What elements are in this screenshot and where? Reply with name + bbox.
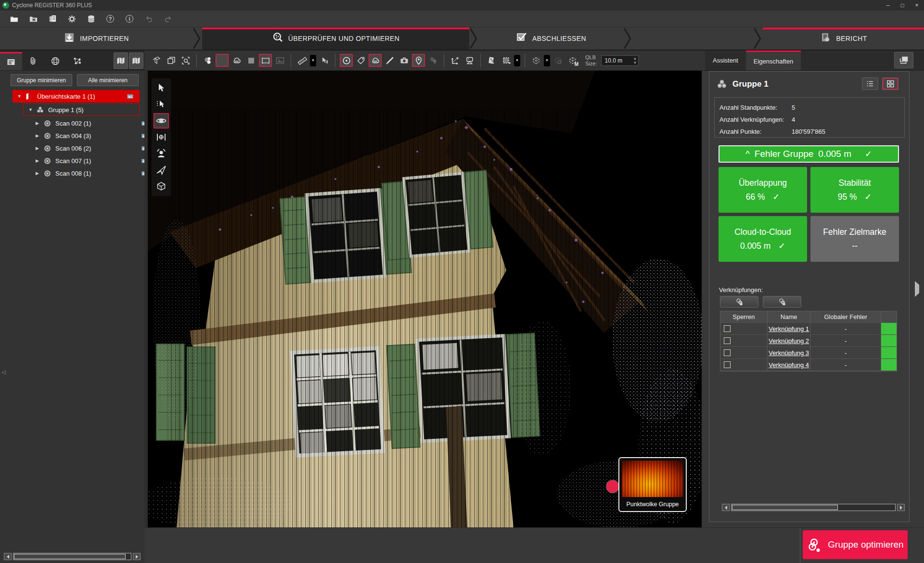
selection-box-icon[interactable] [500, 54, 513, 67]
minimize-group-button[interactable]: Gruppe minimieren [11, 74, 72, 86]
tag-icon[interactable] [354, 54, 367, 67]
add-map-button[interactable] [114, 52, 128, 69]
panel-collapse-icon[interactable] [915, 285, 919, 294]
expand-caret-icon[interactable]: ▼ [17, 94, 22, 99]
look-around-tool-icon[interactable] [154, 146, 169, 161]
tree-item-scan-007[interactable]: ▶ Scan 007 (1) [36, 154, 140, 167]
collapsed-caret-icon[interactable]: ▶ [36, 133, 40, 138]
storage-database-icon[interactable] [85, 13, 97, 25]
tree-item-scan-006[interactable]: ▶ Scan 006 (2) [36, 142, 140, 154]
collapsed-caret-icon[interactable]: ▶ [36, 158, 40, 163]
minimize-all-button[interactable]: Alle minimieren [77, 74, 139, 86]
sidebar-tab-project-explorer[interactable] [0, 52, 22, 70]
measure-icon[interactable] [295, 54, 308, 67]
collapsed-caret-icon[interactable]: ▶ [36, 146, 40, 151]
grid-view-button[interactable] [882, 77, 898, 90]
group-error-banner[interactable]: ^ Fehler Gruppe 0.005 m ✓ [719, 145, 899, 163]
view-cube-icon[interactable] [529, 54, 542, 67]
sidebar-tab-network[interactable] [66, 52, 89, 70]
maximize-button[interactable]: □ [895, 0, 910, 11]
point-cloud-viewport[interactable]: Punktwolke Gruppe [148, 71, 702, 527]
panorama-view-icon[interactable] [259, 54, 272, 67]
windows-layout-icon[interactable] [165, 54, 178, 67]
info-icon[interactable]: i [123, 13, 136, 25]
zoom-selection-icon[interactable] [179, 54, 192, 67]
delete-project-icon[interactable] [27, 13, 39, 25]
link-row-4[interactable]: Verknüpfung 4 - [720, 359, 897, 371]
pan-tool-icon[interactable] [154, 129, 169, 145]
unlock-links-button[interactable] [763, 296, 801, 307]
close-button[interactable]: × [910, 0, 924, 11]
panel-horizontal-scrollbar[interactable] [722, 504, 905, 511]
sidebar-collapse-icon[interactable]: ◁ [1, 369, 5, 375]
point-cloud-thumbnail-card[interactable]: Punktwolke Gruppe [618, 457, 687, 512]
minimize-button[interactable]: – [881, 0, 895, 11]
settings-gear-icon[interactable] [65, 13, 78, 25]
cube-sync-icon[interactable] [552, 54, 565, 67]
selection-dropdown-icon[interactable]: ▼ [514, 55, 520, 66]
add-axes-icon[interactable] [449, 54, 462, 67]
orbit-tool-icon[interactable] [154, 113, 169, 128]
tree-item-scan-008[interactable]: ▶ Scan 008 (1) [36, 167, 140, 179]
lock-links-button[interactable] [720, 296, 758, 307]
bubble-group-dropdown-icon[interactable] [426, 54, 439, 67]
redo-icon[interactable] [162, 13, 174, 25]
list-view-button[interactable] [862, 77, 878, 90]
link-row-2[interactable]: Verknüpfung 2 - [720, 335, 897, 347]
sidebar-tab-links[interactable] [22, 52, 44, 70]
scroll-left-icon[interactable] [4, 553, 12, 560]
qlb-size-stepper[interactable]: ▲▼ [631, 56, 638, 65]
multi-select-tool-icon[interactable] [154, 97, 169, 112]
fly-tool-icon[interactable] [154, 162, 169, 178]
undo-icon[interactable] [142, 13, 155, 25]
expand-caret-icon[interactable]: ▼ [28, 107, 33, 112]
link-name[interactable]: Verknüpfung 2 [769, 337, 809, 345]
optimize-group-button[interactable]: Gruppe optimieren [803, 530, 908, 559]
point-cloud-icon[interactable] [230, 54, 243, 67]
tab-ueberpruefen-und-optimieren[interactable]: ÜBERPRÜFEN UND OPTIMIEREN [202, 27, 469, 50]
sidebar-tab-geo[interactable] [44, 52, 66, 70]
link-name[interactable]: Verknüpfung 3 [769, 349, 809, 357]
collapsed-caret-icon[interactable]: ▶ [36, 171, 40, 176]
link-name[interactable]: Verknüpfung 1 [769, 325, 809, 333]
sidebar-horizontal-scrollbar[interactable] [4, 553, 141, 560]
tab-bericht[interactable]: BERICHT [763, 27, 924, 50]
open-project-icon[interactable] [8, 13, 20, 25]
pick-point-icon[interactable] [318, 54, 331, 67]
target-icon[interactable] [340, 54, 353, 67]
view-cube-tool-icon[interactable] [154, 179, 169, 194]
view-cube-dropdown-icon[interactable]: ▼ [544, 55, 550, 66]
bubbles-view-icon[interactable] [201, 54, 214, 67]
image-view-icon[interactable] [273, 54, 286, 67]
help-icon[interactable]: ? [104, 13, 116, 25]
collapse-caret-icon[interactable]: ^ [745, 149, 750, 159]
sphere-view-icon[interactable] [216, 54, 229, 67]
tree-item-uebersichtskarte[interactable]: ▼ Übersichtskarte 1 (1) [13, 90, 140, 102]
cloud-link-icon[interactable] [369, 54, 382, 67]
lock-checkbox[interactable] [724, 325, 731, 332]
link-name[interactable]: Verknüpfung 4 [769, 361, 809, 369]
flag-card-icon[interactable] [485, 54, 498, 67]
link-row-1[interactable]: Verknüpfung 1 - [720, 323, 897, 335]
lock-checkbox[interactable] [724, 349, 731, 356]
lock-checkbox[interactable] [724, 361, 731, 368]
layout-windows-button[interactable] [894, 52, 913, 68]
tree-item-scan-002[interactable]: ▶ Scan 002 (1) [36, 117, 140, 129]
scroll-right-icon[interactable] [897, 504, 905, 511]
scroll-left-icon[interactable] [722, 504, 730, 511]
cube-m-icon[interactable]: M [566, 54, 579, 67]
stick-icon[interactable] [383, 54, 396, 67]
screen-icon[interactable] [463, 54, 476, 67]
remove-map-button[interactable] [129, 52, 143, 69]
link-row-3[interactable]: Verknüpfung 3 - [720, 347, 897, 359]
tab-importieren[interactable]: IMPORTIEREN [0, 27, 192, 50]
camera-icon[interactable] [398, 54, 411, 67]
location-pin-icon[interactable] [412, 54, 425, 67]
tree-item-gruppe-1[interactable]: ▼ Gruppe 1 (5) [23, 103, 140, 116]
tab-assistent[interactable]: Assistent [705, 51, 746, 70]
select-tool-icon[interactable] [154, 80, 169, 96]
scan-box-icon[interactable] [150, 54, 163, 67]
import-icon[interactable] [46, 13, 59, 25]
tab-eigenschaften[interactable]: Eigenschaften [746, 51, 801, 70]
measure-dropdown-icon[interactable]: ▼ [310, 55, 316, 66]
